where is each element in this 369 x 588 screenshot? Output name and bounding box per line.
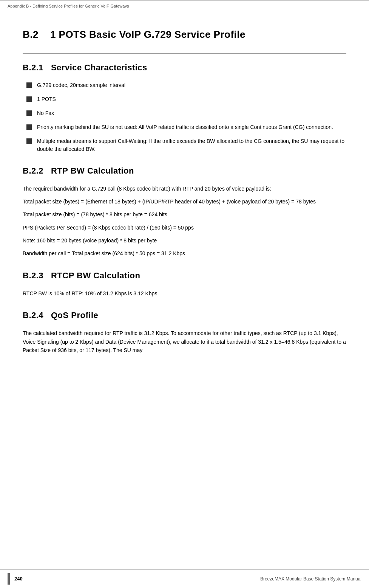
list-item: G.729 codec, 20msec sample interval (23, 81, 346, 89)
bullet-text: G.729 codec, 20msec sample interval (37, 81, 346, 89)
section-b23-number: B.2.3 (23, 271, 43, 280)
list-item: 1 POTS (23, 95, 346, 103)
b22-para-3: PPS (Packets Per Second) = (8 Kbps codec… (23, 223, 346, 232)
footer-accent-bar (8, 573, 10, 585)
footer-bar: 240 BreezeMAX Modular Base Station Syste… (0, 569, 369, 588)
bullet-text: No Fax (37, 109, 346, 117)
list-item: Multiple media streams to support Call-W… (23, 137, 346, 153)
footer-right: BreezeMAX Modular Base Station System Ma… (260, 576, 361, 582)
section-b21: B.2.1 Service Characteristics G.729 code… (23, 61, 346, 153)
footer-left: 240 (8, 573, 23, 585)
b24-para-0: The calculated bandwidth required for RT… (23, 329, 346, 354)
bullet-icon (26, 82, 32, 88)
bullet-list: G.729 codec, 20msec sample interval 1 PO… (23, 81, 346, 153)
b22-para-0: The required bandwidth for a G.729 call … (23, 185, 346, 193)
header-text: Appendix B - Defining Service Profiles f… (8, 4, 129, 8)
section-b24-title: B.2.4 QoS Profile (23, 309, 346, 321)
section-b22: B.2.2 RTP BW Calculation The required ba… (23, 164, 346, 258)
page-container: Appendix B - Defining Service Profiles f… (0, 0, 369, 588)
b23-para-0: RTCP BW is 10% of RTP: 10% of 31.2 Kbps … (23, 289, 346, 298)
bullet-text: Multiple media streams to support Call-W… (37, 137, 346, 153)
section-b23-label: RTCP BW Calculation (51, 271, 140, 280)
list-item: No Fax (23, 109, 346, 117)
section-b24-label: QoS Profile (51, 310, 98, 320)
section-b21-title: B.2.1 Service Characteristics (23, 61, 346, 74)
section-b23-title: B.2.3 RTCP BW Calculation (23, 269, 346, 282)
bullet-icon (26, 124, 32, 130)
bullet-icon (26, 110, 32, 116)
header-bar: Appendix B - Defining Service Profiles f… (0, 1, 369, 12)
b22-para-5: Bandwidth per call = Total packet size (… (23, 249, 346, 258)
section-b21-label: Service Characteristics (51, 63, 147, 72)
footer-text: BreezeMAX Modular Base Station System Ma… (260, 576, 361, 582)
section-b24-number: B.2.4 (23, 310, 43, 320)
bullet-text: 1 POTS (37, 95, 346, 103)
list-item: Priority marking behind the SU is not us… (23, 123, 346, 131)
b22-para-1: Total packet size (bytes) = (Ethernet of… (23, 197, 346, 206)
b22-para-2: Total packet size (bits) = (78 bytes) * … (23, 210, 346, 219)
section-b22-label: RTP BW Calculation (51, 166, 134, 175)
section-b24: B.2.4 QoS Profile The calculated bandwid… (23, 309, 346, 354)
section-b22-number: B.2.2 (23, 166, 43, 175)
content-area: B.2 1 POTS Basic VoIP G.729 Service Prof… (0, 12, 369, 588)
divider (23, 53, 346, 54)
b22-para-4: Note: 160 bits = 20 bytes (voice payload… (23, 236, 346, 245)
section-b22-title: B.2.2 RTP BW Calculation (23, 164, 346, 177)
section-b21-number: B.2.1 (23, 63, 43, 72)
section-b23: B.2.3 RTCP BW Calculation RTCP BW is 10%… (23, 269, 346, 298)
footer-page-number: 240 (14, 575, 23, 583)
bullet-icon (26, 96, 32, 102)
main-section-number: B.2 (23, 29, 39, 40)
main-section-label: 1 POTS Basic VoIP G.729 Service Profile (50, 29, 245, 40)
bullet-text: Priority marking behind the SU is not us… (37, 123, 346, 131)
main-section-title: B.2 1 POTS Basic VoIP G.729 Service Prof… (23, 27, 346, 42)
bullet-icon (26, 138, 32, 144)
